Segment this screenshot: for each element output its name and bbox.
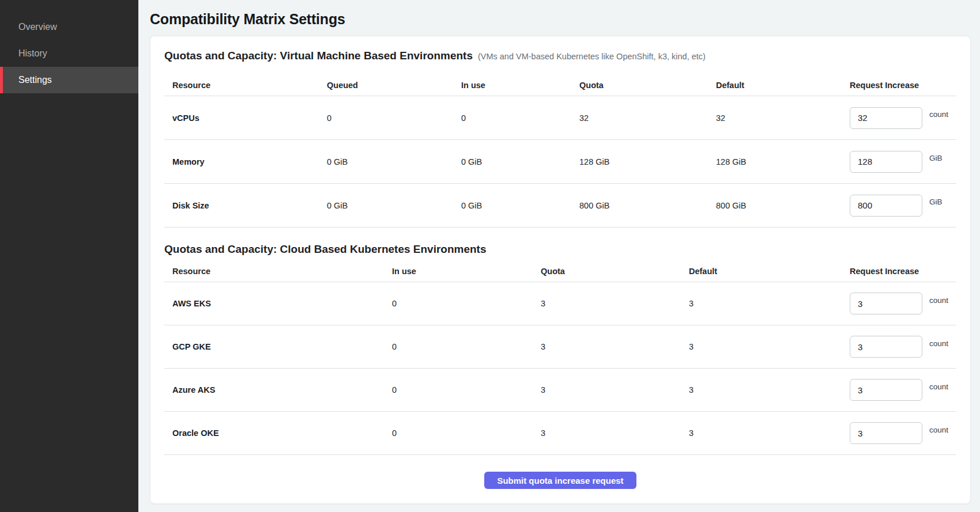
unit-label: GiB: [929, 154, 943, 162]
request-increase-cell: count: [850, 336, 956, 358]
memory-request-input[interactable]: [850, 151, 922, 173]
column-header-request-increase: Request Increase: [850, 267, 956, 276]
vm-section-note: (VMs and VM-based Kubernetes like OpenSh…: [478, 50, 706, 63]
sidebar-item-settings-label: Settings: [18, 75, 52, 85]
sidebar-item-overview[interactable]: Overview: [0, 14, 138, 40]
column-header-default: Default: [689, 267, 850, 276]
queued-value: 0: [327, 113, 461, 123]
column-header-request-increase: Request Increase: [850, 81, 956, 90]
column-header-in-use: In use: [392, 267, 541, 276]
oracle-oke-request-input[interactable]: [850, 422, 922, 444]
quota-value: 3: [541, 385, 689, 395]
table-row-vcpus: vCPUs 0 0 32 32 count: [164, 96, 956, 140]
quota-value: 128 GiB: [579, 157, 716, 166]
quota-value: 32: [579, 113, 716, 123]
sidebar-item-settings[interactable]: Settings: [0, 67, 138, 93]
main-content: Compatibility Matrix Settings Quotas and…: [138, 0, 980, 512]
in-use-value: 0 GiB: [461, 201, 579, 210]
request-increase-cell: count: [850, 379, 956, 401]
table-row-azure-aks: Azure AKS 0 3 3 count: [164, 369, 956, 412]
request-increase-cell: count: [850, 107, 956, 129]
table-row-oracle-oke: Oracle OKE 0 3 3 count: [164, 412, 956, 455]
sidebar-item-overview-label: Overview: [18, 22, 57, 32]
default-value: 128 GiB: [716, 157, 850, 166]
azure-aks-request-input[interactable]: [850, 379, 922, 401]
unit-label: GiB: [929, 198, 943, 206]
resource-label: Azure AKS: [164, 385, 392, 395]
page-title: Compatibility Matrix Settings: [150, 10, 971, 28]
k8s-table-header: Resource In use Quota Default Request In…: [164, 260, 956, 282]
unit-label: count: [929, 339, 948, 348]
in-use-value: 0 GiB: [461, 157, 579, 166]
k8s-section-heading-row: Quotas and Capacity: Cloud Based Kuberne…: [164, 242, 956, 256]
unit-label: count: [929, 296, 948, 305]
unit-label: count: [929, 382, 948, 391]
request-increase-cell: GiB: [850, 195, 956, 217]
in-use-value: 0: [461, 113, 579, 123]
in-use-value: 0: [392, 385, 541, 395]
in-use-value: 0: [392, 299, 541, 308]
queued-value: 0 GiB: [327, 201, 461, 210]
default-value: 3: [689, 299, 850, 308]
disk-size-request-input[interactable]: [850, 195, 922, 217]
sidebar-item-history[interactable]: History: [0, 40, 138, 67]
vm-table-header: Resource Queued In use Quota Default Req…: [164, 74, 956, 96]
resource-label: Memory: [164, 157, 327, 166]
unit-label: count: [929, 426, 948, 434]
table-row-aws-eks: AWS EKS 0 3 3 count: [164, 282, 956, 325]
in-use-value: 0: [392, 428, 541, 438]
column-header-resource: Resource: [164, 267, 392, 276]
quota-value: 800 GiB: [579, 201, 716, 210]
request-increase-cell: GiB: [850, 151, 956, 173]
default-value: 3: [689, 428, 850, 438]
quota-value: 3: [541, 428, 689, 438]
quota-value: 3: [541, 342, 689, 351]
table-row-gcp-gke: GCP GKE 0 3 3 count: [164, 325, 956, 369]
default-value: 3: [689, 342, 850, 351]
vm-section-heading-row: Quotas and Capacity: Virtual Machine Bas…: [164, 49, 956, 63]
request-increase-cell: count: [850, 293, 956, 314]
k8s-quotas-section: Quotas and Capacity: Cloud Based Kuberne…: [164, 242, 956, 455]
gcp-gke-request-input[interactable]: [850, 336, 922, 358]
resource-label: Disk Size: [164, 201, 327, 210]
sidebar: Overview History Settings: [0, 0, 138, 512]
vm-table: Resource Queued In use Quota Default Req…: [164, 74, 956, 227]
quota-value: 3: [541, 299, 689, 308]
default-value: 3: [689, 385, 850, 395]
vm-quotas-section: Quotas and Capacity: Virtual Machine Bas…: [164, 49, 956, 227]
k8s-section-heading: Quotas and Capacity: Cloud Based Kuberne…: [164, 242, 487, 256]
unit-label: count: [929, 110, 948, 119]
submit-quota-increase-button[interactable]: Submit quota increase request: [484, 472, 636, 489]
vcpus-request-input[interactable]: [850, 107, 922, 129]
resource-label: vCPUs: [164, 113, 327, 123]
vm-section-heading: Quotas and Capacity: Virtual Machine Bas…: [164, 49, 473, 63]
quota-settings-card: Quotas and Capacity: Virtual Machine Bas…: [150, 36, 971, 504]
queued-value: 0 GiB: [327, 157, 461, 166]
column-header-in-use: In use: [461, 81, 579, 90]
request-increase-cell: count: [850, 422, 956, 444]
column-header-resource: Resource: [164, 81, 327, 90]
aws-eks-request-input[interactable]: [850, 293, 922, 314]
column-header-queued: Queued: [327, 81, 461, 90]
in-use-value: 0: [392, 342, 541, 351]
resource-label: AWS EKS: [164, 299, 392, 308]
column-header-default: Default: [716, 81, 850, 90]
submit-button-row: Submit quota increase request: [164, 472, 956, 489]
sidebar-item-history-label: History: [18, 48, 47, 59]
default-value: 800 GiB: [716, 201, 850, 210]
column-header-quota: Quota: [541, 267, 689, 276]
k8s-table: Resource In use Quota Default Request In…: [164, 260, 956, 455]
resource-label: Oracle OKE: [164, 428, 392, 438]
resource-label: GCP GKE: [164, 342, 392, 351]
default-value: 32: [716, 113, 850, 123]
table-row-memory: Memory 0 GiB 0 GiB 128 GiB 128 GiB GiB: [164, 140, 956, 184]
column-header-quota: Quota: [579, 81, 716, 90]
table-row-disk-size: Disk Size 0 GiB 0 GiB 800 GiB 800 GiB Gi…: [164, 184, 956, 227]
